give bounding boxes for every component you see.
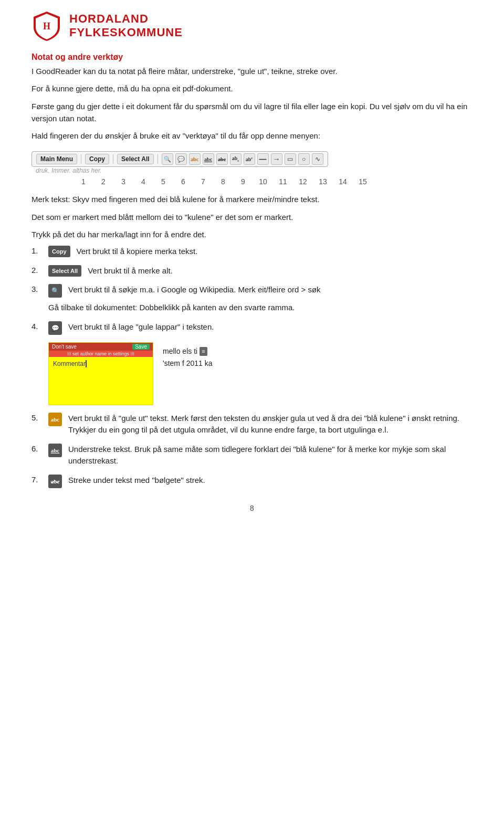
num-2: 2 xyxy=(93,177,113,186)
logo-shield-icon: H xyxy=(32,10,62,41)
toolbar-subtitle: druk. Immer. althas her. xyxy=(36,167,472,174)
num-10: 10 xyxy=(253,177,273,186)
list-item-5: 5. abc Vert brukt til å "gule ut" tekst.… xyxy=(32,413,472,436)
toolbar-comment-icon[interactable]: 💬 xyxy=(175,153,187,165)
page-number: 8 xyxy=(32,504,472,512)
sticky-warning: !!! set author name in settings !!! xyxy=(49,351,153,357)
toolbar-line-icon[interactable]: — xyxy=(257,153,269,165)
toolbar-select-all[interactable]: Select All xyxy=(117,154,154,164)
svg-text:H: H xyxy=(43,21,50,31)
section-title: Notat og andre verktøy xyxy=(32,52,472,62)
list-text-4: Vert brukt til å lage "gule lappar" i te… xyxy=(68,321,214,333)
list-text-6: Understreke tekst. Bruk på same måte som… xyxy=(68,444,472,467)
list-sub-item-3b: Gå tilbake til dokumentet: Dobbelklikk p… xyxy=(48,302,472,314)
list-text-5: Vert brukt til å "gule ut" tekst. Merk f… xyxy=(68,413,472,436)
snippet-text-1: mello els ti xyxy=(163,346,197,357)
toolbar-rectangle-icon[interactable]: ▭ xyxy=(285,153,296,165)
toolbar-main-menu[interactable]: Main Menu xyxy=(36,154,77,164)
toolbar-numbering: 1 2 3 4 5 6 7 8 9 10 11 12 13 14 15 xyxy=(74,177,472,186)
num-13: 13 xyxy=(313,177,333,186)
highlight-icon-box: abc xyxy=(48,413,62,426)
toolbar-highlight-icon[interactable]: abc xyxy=(189,153,201,165)
text-snippet: mello els ti ≡ 'stem f 2011 ka xyxy=(163,346,213,369)
list-item-1: 1. Copy Vert brukt til å kopiere merka t… xyxy=(32,246,472,258)
sticky-save[interactable]: Save xyxy=(132,344,150,350)
toolbar-underline-icon[interactable]: abc xyxy=(203,153,214,165)
toolbar-bar: Main Menu Copy Select All 🔍 💬 abc abc ab… xyxy=(32,151,328,167)
num-12: 12 xyxy=(293,177,313,186)
sticky-cursor xyxy=(86,360,87,367)
snippet-line-1: mello els ti ≡ xyxy=(163,346,213,357)
comment-icon-box: 💬 xyxy=(48,321,62,335)
strikethrough-icon-box: abc xyxy=(48,475,62,488)
list-item-4: 4. 💬 Vert brukt til å lage "gule lappar"… xyxy=(32,321,472,335)
paragraph-1: I GoodReader kan du ta notat på fleire m… xyxy=(32,65,472,77)
list-text-3: Vert brukt til å søkje m.a. i Google og … xyxy=(68,284,321,296)
list-num-5: 5. xyxy=(32,413,43,422)
num-3: 3 xyxy=(113,177,133,186)
logo-line1: HORDALAND xyxy=(69,12,183,26)
list-sub-text-3b: Gå tilbake til dokumentet: Dobbelklikk p… xyxy=(48,302,295,314)
list-num-4: 4. xyxy=(32,322,43,331)
logo-text: HORDALAND FYLKESKOMMUNE xyxy=(69,12,183,39)
sticky-text: Kommentar xyxy=(53,360,86,367)
list-item-2: 2. Select All Vert brukt til å merke alt… xyxy=(32,265,472,277)
paragraph-5: Merk tekst: Skyv med fingeren med dei bl… xyxy=(32,193,472,205)
sticky-note: Don't save Save !!! set author name in s… xyxy=(48,342,153,405)
sticky-note-illustration: Don't save Save !!! set author name in s… xyxy=(48,342,472,405)
list-num-7: 7. xyxy=(32,475,43,484)
num-9: 9 xyxy=(233,177,253,186)
list-item-3: 3. 🔍 Vert brukt til å søkje m.a. i Googl… xyxy=(32,284,472,298)
num-1: 1 xyxy=(74,177,93,186)
toolbar-mockup: Main Menu Copy Select All 🔍 💬 abc abc ab… xyxy=(32,151,472,174)
list-item-7: 7. abc Streke under tekst med "bølgete" … xyxy=(32,475,472,488)
num-11: 11 xyxy=(273,177,293,186)
paragraph-3: Første gang du gjer dette i eit dokument… xyxy=(32,100,472,125)
toolbar-search-icon[interactable]: 🔍 xyxy=(162,153,173,165)
list-num-1: 1. xyxy=(32,246,43,255)
underline-icon-box: abc xyxy=(48,444,62,457)
toolbar-wave-icon[interactable]: ∿ xyxy=(312,153,323,165)
num-4: 4 xyxy=(133,177,153,186)
num-6: 6 xyxy=(173,177,193,186)
toolbar-sep-3 xyxy=(158,154,158,164)
toolbar-sep-1 xyxy=(81,154,81,164)
logo-line2: FYLKESKOMMUNE xyxy=(69,26,183,39)
paragraph-6: Det som er markert med blått mellom dei … xyxy=(32,211,472,223)
toolbar-copy[interactable]: Copy xyxy=(85,154,109,164)
num-15: 15 xyxy=(353,177,373,186)
num-14: 14 xyxy=(333,177,353,186)
toolbar-oval-icon[interactable]: ○ xyxy=(298,153,310,165)
list-text-2: Vert brukt til å merke alt. xyxy=(88,265,173,277)
copy-button[interactable]: Copy xyxy=(48,246,70,257)
toolbar-strikethrough-icon[interactable]: abc xyxy=(216,153,228,165)
search-icon-box: 🔍 xyxy=(48,284,62,298)
snippet-icon-1: ≡ xyxy=(200,347,207,356)
list-text-7: Streke under tekst med "bølgete" strek. xyxy=(68,475,205,487)
paragraph-4: Hald fingeren der du ønskjer å bruke eit… xyxy=(32,130,472,142)
paragraph-2: For å kunne gjere dette, må du ha opna e… xyxy=(32,82,472,94)
toolbar-sep-2 xyxy=(113,154,113,164)
num-7: 7 xyxy=(193,177,213,186)
list-text-1: Vert brukt til å kopiere merka tekst. xyxy=(77,246,198,258)
list-item-6: 6. abc Understreke tekst. Bruk på same m… xyxy=(32,444,472,467)
sticky-body: Kommentar xyxy=(49,357,153,404)
sticky-dont-save: Don't save xyxy=(52,344,77,350)
select-all-button[interactable]: Select All xyxy=(48,265,81,277)
page-header: H HORDALAND FYLKESKOMMUNE xyxy=(32,10,472,41)
toolbar-superscript-icon[interactable]: abc xyxy=(244,153,255,165)
snippet-line-2: 'stem f 2011 ka xyxy=(163,359,213,369)
num-8: 8 xyxy=(213,177,233,186)
list-num-6: 6. xyxy=(32,444,43,453)
num-5: 5 xyxy=(153,177,173,186)
list-num-3: 3. xyxy=(32,285,43,293)
sticky-header: Don't save Save xyxy=(49,343,153,351)
toolbar-subscript-icon[interactable]: abc xyxy=(230,153,242,165)
toolbar-arrow-icon[interactable]: → xyxy=(271,153,282,165)
paragraph-7: Trykk på det du har merka/lagt inn for å… xyxy=(32,228,472,240)
list-num-2: 2. xyxy=(32,266,43,275)
